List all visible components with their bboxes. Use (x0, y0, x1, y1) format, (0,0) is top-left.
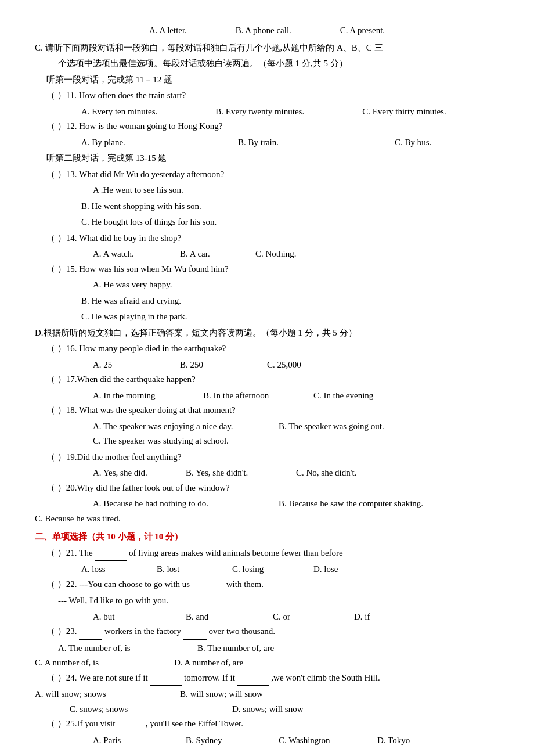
q25-paren: （ ）25.If you visit (46, 719, 115, 728)
q23-c: C. A number of, is (35, 656, 163, 671)
q14-c: C. Nothing. (255, 247, 296, 262)
q23-question: （ ）23. workers in the factory over two t… (35, 624, 499, 640)
q11-c: C. Every thirty minutes. (362, 105, 446, 120)
section-d-intro: D.根据所听的短文独白，选择正确答案，短文内容读两遍。（每小题 1 分，共 5 … (35, 326, 499, 341)
q16-question: （ ）16. How many people died in the earth… (35, 341, 499, 357)
q23-blank2 (183, 624, 207, 640)
q22-sub: --- Well, I'd like to go with you. (35, 593, 499, 609)
q24-paren: （ ）24. We are not sure if it (46, 673, 148, 682)
q11-b: B. Every twenty minutes. (215, 105, 304, 120)
q25-blank (117, 717, 143, 732)
q23-d: D. A number of, are (174, 656, 243, 671)
dialogue2-header: 听第二段对话，完成第 13-15 题 (35, 151, 499, 166)
q22-options: A. but B. and C. or D. if (35, 610, 499, 625)
q12-a: A. By plane. (81, 135, 157, 150)
q23-paren: （ ）23. (46, 627, 77, 636)
option-a-letter: A. A letter. (149, 26, 187, 35)
q11-a: A. Every ten minutes. (81, 105, 157, 120)
q23-text2: over two thousand. (209, 627, 276, 636)
q24-cd-options: C. snows; snows D. snows; will snow (35, 702, 499, 717)
q25-text: , you'll see the Eiffel Tower. (146, 719, 243, 728)
q24-blank2 (237, 671, 269, 686)
q21-d: D. lose (313, 562, 338, 577)
q24-ab-options: A. will snow; snows B. will snow; will s… (35, 687, 499, 702)
option-b-phone: B. A phone call. (236, 26, 291, 35)
q17-a: A. In the morning (93, 388, 186, 404)
q14-a: A. A watch. (93, 247, 163, 262)
q18-a: A. The speaker was enjoying a nice day. (93, 419, 267, 434)
q11-question: （ ）11. How often does the train start? (35, 88, 499, 103)
q19-a: A. Yes, she did. (93, 466, 168, 481)
section-c-intro: C. 请听下面两段对话和一段独白，每段对话和独白后有几个小题,从题中所给的 A、… (35, 41, 499, 56)
q22-question: （ ）22. ---You can choose to go with us w… (35, 577, 499, 593)
q21-a: A. loss (81, 562, 139, 577)
q22-d: D. if (354, 610, 370, 625)
q23-cd-options: C. A number of, is D. A number of, are (35, 656, 499, 671)
q21-c: C. losing (232, 562, 296, 577)
q17-question: （ ）17.When did the earthquake happen? (35, 372, 499, 387)
q12-c: C. By bus. (395, 135, 431, 150)
q25-d: D. Tokyo (377, 733, 410, 748)
q18-options: A. The speaker was enjoying a nice day. … (35, 419, 499, 434)
q22-blank (192, 577, 224, 593)
q17-b: B. In the afternoon (203, 388, 296, 404)
q16-b: B. 250 (180, 358, 226, 373)
q20-ab-options: A. Because he had nothing to do. B. Beca… (35, 496, 499, 512)
option-c-present: C. A present. (340, 26, 385, 35)
q12-options: A. By plane. B. By train. C. By bus. (35, 135, 499, 150)
q18-c: C. The speaker was studying at school. (35, 434, 499, 449)
q19-question: （ ）19.Did the mother feel anything? (35, 450, 499, 465)
q24-a: A. will snow; snows (35, 687, 168, 702)
q21-paren: （ ）21. The (46, 548, 93, 557)
q19-c: C. No, she didn't. (296, 466, 356, 481)
q15-b: B. He was afraid and crying. (35, 294, 499, 309)
q21-text: of living areas makes wild animals becom… (129, 548, 343, 557)
q23-blank1 (79, 624, 102, 640)
q23-b: B. The number of, are (197, 641, 274, 656)
q21-question: （ ）21. The of living areas makes wild an… (35, 546, 499, 561)
q22-text: with them. (226, 579, 264, 589)
answer-row-abc: A. A letter. B. A phone call. C. A prese… (35, 23, 499, 38)
q23-a: A. The number of, is (58, 641, 186, 656)
q21-options: A. loss B. lost C. losing D. lose (35, 562, 499, 577)
q19-options: A. Yes, she did. B. Yes, she didn't. C. … (35, 466, 499, 481)
q21-b: B. lost (157, 562, 215, 577)
q20-a: A. Because he had nothing to do. (93, 496, 267, 512)
q17-options: A. In the morning B. In the afternoon C.… (35, 388, 499, 404)
q20-b: B. Because he saw the computer shaking. (279, 496, 423, 512)
q25-c: C. Washington (279, 733, 360, 748)
q25-b: B. Sydney (186, 733, 261, 748)
q20-c: C. Because he was tired. (35, 512, 499, 527)
q22-paren: （ ）22. ---You can choose to go with us (46, 579, 190, 589)
q21-blank (95, 546, 127, 561)
q14-question: （ ）14. What did he buy in the shop? (35, 231, 499, 246)
q12-question: （ ）12. How is the woman going to Hong Ko… (35, 119, 499, 134)
q13-question: （ ）13. What did Mr Wu do yesterday after… (35, 167, 499, 182)
q15-c: C. He was playing in the park. (35, 309, 499, 325)
section2-title: 二、单项选择（共 10 小题，计 10 分） (35, 530, 499, 545)
q24-question: （ ）24. We are not sure if it tomorrow. I… (35, 671, 499, 686)
q13-c: C. He bought lots of things for his son. (35, 215, 499, 230)
q24-d: D. snows; will snow (232, 702, 304, 717)
q13-b: B. He went shopping with his son. (35, 199, 499, 214)
q23-text1: workers in the factory (104, 627, 181, 636)
q12-b: B. By train. (238, 135, 313, 150)
section2-title-text: 二、单项选择（共 10 小题，计 10 分） (35, 532, 183, 541)
q24-text2: ,we won't climb the South Hill. (271, 673, 380, 682)
q22-a: A. but (93, 610, 163, 625)
q19-b: B. Yes, she didn't. (186, 466, 279, 481)
q24-b: B. will snow; will snow (180, 687, 263, 702)
q14-options: A. A watch. B. A car. C. Nothing. (35, 247, 499, 262)
q16-a: A. 25 (93, 358, 139, 373)
q18-question: （ ）18. What was the speaker doing at tha… (35, 403, 499, 418)
q22-b: B. and (186, 610, 250, 625)
q13-a: A .He went to see his son. (35, 183, 499, 198)
q18-b: B. The speaker was going out. (279, 419, 384, 434)
q25-options: A. Paris B. Sydney C. Washington D. Toky… (35, 733, 499, 748)
q15-a: A. He was very happy. (35, 278, 499, 293)
q16-options: A. 25 B. 250 C. 25,000 (35, 358, 499, 373)
q22-c: C. or (273, 610, 331, 625)
q15-question: （ ）15. How was his son when Mr Wu found … (35, 262, 499, 277)
q24-blank1 (150, 671, 182, 686)
q16-c: C. 25,000 (267, 358, 301, 373)
